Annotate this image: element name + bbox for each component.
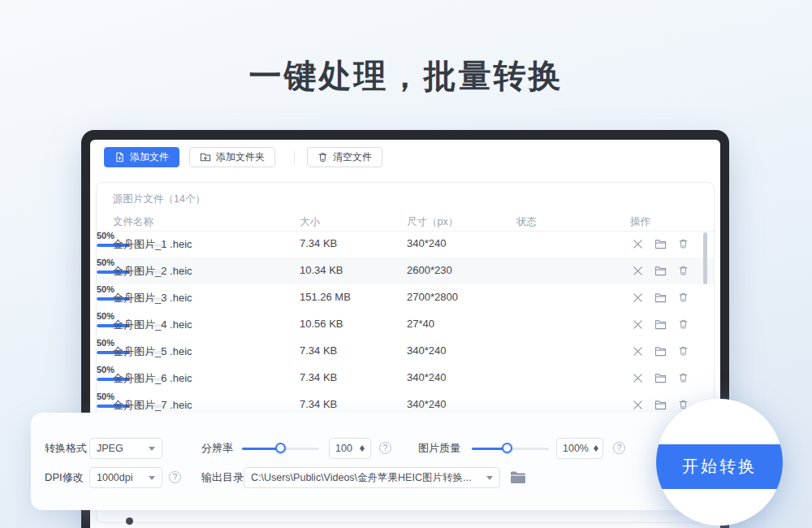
quality-stepper[interactable]: 100% <box>556 438 603 459</box>
open-folder-icon[interactable] <box>654 398 667 411</box>
dpi-value: 1000dpi <box>97 472 142 483</box>
file-dimensions: 2700*2800 <box>407 291 458 303</box>
file-plus-icon <box>114 152 125 162</box>
file-size: 7.34 KB <box>300 371 337 383</box>
table-row[interactable]: 金舟图片_5 .heic 7.34 KB 340*240 50% <box>97 338 714 365</box>
dpi-label: DPI修改 <box>45 467 84 488</box>
output-dir-label: 输出目录 <box>201 467 244 488</box>
monitor-logo-dot <box>126 517 133 525</box>
open-folder-icon[interactable] <box>654 264 667 277</box>
quality-help-icon[interactable]: ? <box>613 442 625 454</box>
dpi-select[interactable]: 1000dpi <box>89 467 162 488</box>
file-size: 7.34 KB <box>300 344 337 357</box>
page-title: 一键处理，批量转换 <box>0 54 812 98</box>
toolbar-separator <box>294 151 295 163</box>
output-dir-value: C:\Users\Public\Videos\金舟苹果HEIC图片转换... <box>251 471 480 485</box>
browse-folder-button[interactable] <box>510 470 526 487</box>
row-actions <box>631 264 689 277</box>
format-select[interactable]: JPEG <box>89 438 162 459</box>
delete-file-icon[interactable] <box>676 291 689 304</box>
add-files-button[interactable]: 添加文件 <box>104 147 179 167</box>
file-name: 金舟图片_6 .heic <box>113 371 192 386</box>
file-dimensions: 340*240 <box>407 237 446 249</box>
file-dimensions: 340*240 <box>407 398 446 410</box>
column-size: 大小 <box>300 215 320 229</box>
open-folder-icon[interactable] <box>654 291 667 304</box>
cancel-file-icon[interactable] <box>631 237 644 250</box>
start-convert-band: 开始转换 <box>656 444 783 489</box>
cancel-file-icon[interactable] <box>631 291 644 304</box>
resolution-value: 100 <box>335 443 355 454</box>
resolution-stepper[interactable]: 100 <box>329 438 371 459</box>
file-name: 金舟图片_2 .heic <box>113 264 192 279</box>
spinner-arrows-icon[interactable] <box>360 443 365 454</box>
trash-icon <box>317 152 328 162</box>
file-name: 金舟图片_5 .heic <box>113 344 192 359</box>
table-body: 金舟图片_1 .heic 7.34 KB 340*240 50% 金舟图片_2 … <box>97 231 714 418</box>
chevron-down-icon <box>486 476 493 483</box>
row-actions <box>631 371 689 384</box>
delete-file-icon[interactable] <box>676 344 689 357</box>
resolution-help-icon[interactable]: ? <box>379 442 391 454</box>
table-row[interactable]: 金舟图片_4 .heic 10.56 KB 27*40 50% <box>97 311 714 338</box>
resolution-slider-handle[interactable] <box>275 443 286 453</box>
format-value: JPEG <box>97 443 142 454</box>
format-label: 转换格式 <box>45 438 87 459</box>
scrollbar[interactable] <box>703 232 707 419</box>
file-name: 金舟图片_3 .heic <box>113 291 192 305</box>
file-dimensions: 2600*230 <box>407 264 452 276</box>
file-dimensions: 340*240 <box>407 344 446 357</box>
scrollbar-thumb[interactable] <box>703 232 707 284</box>
row-actions <box>631 344 689 357</box>
file-list-title: 源图片文件（14个） <box>113 193 205 206</box>
add-files-label: 添加文件 <box>130 150 169 164</box>
table-row[interactable]: 金舟图片_2 .heic 10.34 KB 2600*230 50% <box>97 258 714 284</box>
table-row[interactable]: 金舟图片_1 .heic 7.34 KB 340*240 50% <box>97 231 714 258</box>
table-row[interactable]: 金舟图片_6 .heic 7.34 KB 340*240 50% <box>97 365 714 392</box>
file-name: 金舟图片_1 .heic <box>113 237 192 252</box>
open-folder-icon[interactable] <box>654 237 667 250</box>
delete-file-icon[interactable] <box>676 264 689 277</box>
file-dimensions: 27*40 <box>407 318 434 330</box>
folder-plus-icon <box>200 152 211 162</box>
delete-file-icon[interactable] <box>676 237 689 250</box>
column-actions: 操作 <box>630 215 650 229</box>
file-size: 7.34 KB <box>300 398 337 410</box>
open-folder-icon[interactable] <box>654 344 667 357</box>
row-actions <box>631 291 689 304</box>
add-folder-label: 添加文件夹 <box>216 150 265 164</box>
clear-files-label: 清空文件 <box>333 150 372 164</box>
file-name: 金舟图片_4 .heic <box>113 318 192 332</box>
cancel-file-icon[interactable] <box>631 318 644 331</box>
add-folder-button[interactable]: 添加文件夹 <box>189 147 275 167</box>
delete-file-icon[interactable] <box>676 371 689 384</box>
column-status: 状态 <box>516 215 537 229</box>
cancel-file-icon[interactable] <box>631 344 644 357</box>
resolution-label: 分辨率 <box>201 438 233 459</box>
open-folder-icon[interactable] <box>654 318 667 331</box>
column-dimensions: 尺寸（px） <box>407 215 458 229</box>
open-folder-icon[interactable] <box>654 371 667 384</box>
file-size: 151.26 MB <box>300 291 351 303</box>
row-actions <box>631 398 689 411</box>
output-dir-select[interactable]: C:\Users\Public\Videos\金舟苹果HEIC图片转换... <box>244 467 500 488</box>
chevron-down-icon <box>149 476 155 483</box>
cancel-file-icon[interactable] <box>631 371 644 384</box>
quality-label: 图片质量 <box>418 438 460 459</box>
table-row[interactable]: 金舟图片_3 .heic 151.26 MB 2700*2800 50% <box>97 284 714 311</box>
toolbar: 添加文件 添加文件夹 清空文件 <box>104 146 382 167</box>
cancel-file-icon[interactable] <box>631 398 644 411</box>
delete-file-icon[interactable] <box>676 318 689 331</box>
quality-slider[interactable] <box>472 438 549 459</box>
cancel-file-icon[interactable] <box>631 264 644 277</box>
file-size: 7.34 KB <box>300 237 337 249</box>
quality-slider-handle[interactable] <box>502 443 512 453</box>
clear-files-button[interactable]: 清空文件 <box>307 147 382 167</box>
dpi-help-icon[interactable]: ? <box>169 471 181 483</box>
spinner-arrows-icon[interactable] <box>594 443 598 454</box>
resolution-slider[interactable] <box>242 438 319 459</box>
quality-value: 100% <box>563 443 589 454</box>
folder-solid-icon <box>510 470 526 484</box>
file-size: 10.56 KB <box>300 318 343 330</box>
start-convert-button[interactable]: 开始转换 <box>656 399 783 526</box>
